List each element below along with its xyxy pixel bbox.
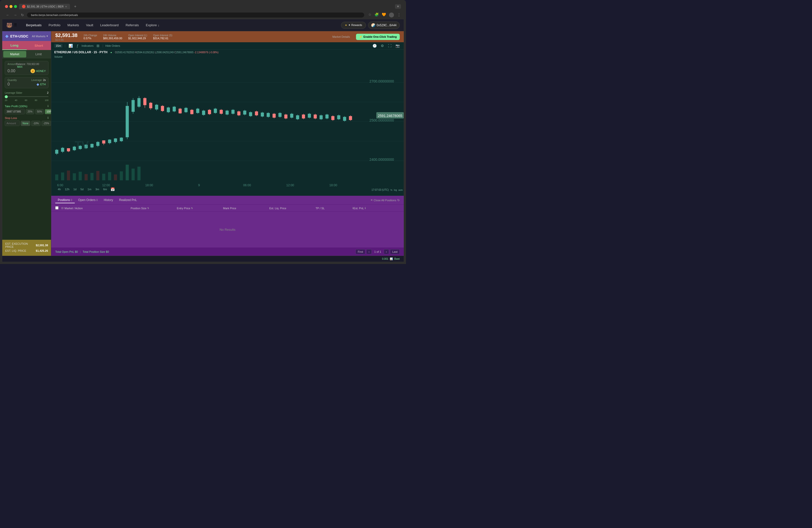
- settings-icon[interactable]: ⚙: [380, 44, 385, 48]
- sl-10-button[interactable]: -10%: [31, 121, 41, 126]
- chart-info-bar: ETHEREUM / US DOLLAR · 15 · PYTH ● O2593…: [51, 49, 404, 55]
- svg-rect-46: [126, 106, 129, 137]
- tf-5d[interactable]: 5d: [79, 187, 85, 191]
- candle-icon[interactable]: 📊: [68, 44, 74, 48]
- forward-button[interactable]: →: [13, 13, 18, 17]
- svg-rect-14: [102, 174, 105, 180]
- prev-page-button[interactable]: ‹: [366, 249, 372, 254]
- entry-sort-icon[interactable]: ⇅: [191, 207, 193, 209]
- last-page-button[interactable]: Last: [390, 249, 400, 254]
- extension-icon[interactable]: 🧩: [375, 13, 379, 17]
- tf-6m[interactable]: 6m: [102, 187, 108, 191]
- one-click-trading-button[interactable]: ⚡ Enable One-Click Trading: [356, 34, 400, 40]
- svg-rect-48: [131, 100, 135, 112]
- all-markets-dropdown[interactable]: All Markets ▾: [32, 34, 48, 38]
- stop-loss-info-icon[interactable]: ℹ: [47, 116, 48, 119]
- long-tab[interactable]: Long: [2, 41, 27, 50]
- token-selector[interactable]: 🍯 HONEY: [30, 69, 46, 73]
- tp-100-button[interactable]: 100%: [45, 109, 51, 114]
- svg-rect-94: [267, 113, 270, 117]
- tf-1d[interactable]: 1d: [72, 187, 78, 191]
- no-results-text: No Results: [219, 228, 235, 232]
- eth-token-icon: ◆: [37, 82, 39, 86]
- market-selector[interactable]: ◆ ETH-USDC All Markets ▾: [2, 31, 51, 41]
- camera-icon[interactable]: 📷: [394, 44, 401, 48]
- tp-25-button[interactable]: 25%: [26, 109, 34, 114]
- limit-order-tab[interactable]: Limit: [27, 51, 50, 58]
- first-page-button[interactable]: First: [356, 249, 365, 254]
- svg-rect-88: [249, 112, 252, 116]
- filter-icon[interactable]: ⊟: [61, 206, 63, 210]
- tf-1m[interactable]: 1m: [86, 187, 93, 191]
- price-header: $2,591.38 $14.66 24h Change 0.57% 24h Vo…: [51, 31, 404, 42]
- select-all-checkbox[interactable]: [55, 206, 61, 210]
- nav-referrals[interactable]: Referrals: [123, 22, 142, 29]
- stop-loss-input[interactable]: [5, 120, 20, 126]
- indicators-button[interactable]: Indicators: [82, 44, 93, 47]
- bookmark-icon[interactable]: ☆: [368, 13, 372, 17]
- close-all-positions-button[interactable]: ✕ Close All Positions ↻: [371, 199, 400, 202]
- pnl-info-icon[interactable]: ℹ: [365, 207, 366, 209]
- tab-list-button[interactable]: ▼: [395, 4, 401, 9]
- nav-leaderboard[interactable]: Leaderboard: [97, 22, 122, 29]
- nav-berpetuals[interactable]: Berpetuals: [23, 22, 44, 29]
- history-tab[interactable]: History: [101, 197, 116, 203]
- sl-none-button[interactable]: None: [21, 121, 30, 126]
- eth-token-selector[interactable]: ◆ ETH: [37, 82, 46, 86]
- tf-12h[interactable]: 12h: [63, 187, 71, 191]
- extension2-icon[interactable]: 🧡: [382, 13, 386, 17]
- honey-icon: 🍯: [30, 69, 35, 73]
- nav-vault[interactable]: Vault: [83, 22, 96, 29]
- fullscreen-icon[interactable]: ⛶: [387, 44, 392, 48]
- tp-50-button[interactable]: 50%: [35, 109, 44, 114]
- profile-icon[interactable]: [389, 13, 394, 17]
- nav-portfolio[interactable]: Portfolio: [45, 22, 63, 29]
- tf-3m[interactable]: 3m: [94, 187, 101, 191]
- take-profit-input[interactable]: [5, 109, 25, 114]
- hide-orders-button[interactable]: Hide Orders: [105, 44, 120, 47]
- nav-explore[interactable]: Explore ↓: [143, 22, 162, 29]
- sl-25-button[interactable]: -25%: [42, 121, 51, 126]
- back-button[interactable]: ←: [5, 13, 11, 17]
- timeframe-15m-button[interactable]: 15m: [54, 44, 62, 48]
- slider-thumb[interactable]: [5, 95, 8, 98]
- wallet-button[interactable]: 0x529C...6A44: [368, 21, 400, 29]
- amount-input[interactable]: [8, 69, 28, 73]
- refresh-button[interactable]: ↻: [20, 13, 25, 17]
- take-profit-info-icon[interactable]: ℹ: [47, 104, 48, 108]
- layout-icon[interactable]: ⊞: [96, 44, 101, 48]
- next-page-button[interactable]: ›: [384, 249, 389, 254]
- market-order-tab[interactable]: Market: [3, 51, 26, 58]
- svg-text:2500.00000000: 2500.00000000: [369, 118, 394, 122]
- sort-icon[interactable]: ⇅: [147, 207, 149, 209]
- minimize-window-button[interactable]: [10, 5, 13, 8]
- tf-4h[interactable]: 4h: [56, 187, 62, 191]
- quantity-input[interactable]: [8, 82, 28, 87]
- market-details-button[interactable]: Market Details: [332, 35, 350, 38]
- active-tab[interactable]: $2,591.38 | ETH-USDC | BER ✕: [19, 4, 70, 9]
- url-input[interactable]: bartio.berps.berachain.com/berpetuals: [27, 13, 364, 17]
- quantity-label: Quantity: [8, 79, 17, 82]
- short-tab[interactable]: Short: [27, 41, 51, 50]
- calendar-icon[interactable]: 📅: [110, 187, 116, 191]
- browser-menu-button[interactable]: ⋮: [397, 13, 401, 17]
- new-tab-button[interactable]: +: [72, 4, 78, 9]
- rewards-button[interactable]: ✦ ✦ Rewards: [341, 22, 366, 29]
- realized-pnl-tab[interactable]: Realized PnL: [116, 197, 139, 203]
- open-orders-tab[interactable]: Open Orders 0: [76, 197, 100, 203]
- max-button[interactable]: MAX: [17, 65, 23, 68]
- positions-tab[interactable]: Positions 0: [55, 197, 75, 203]
- lightning-icon: ⚡: [359, 35, 362, 39]
- leverage-slider-label: Leverage Slider: [5, 91, 22, 94]
- clock-icon[interactable]: 🕐: [372, 44, 378, 48]
- maximize-window-button[interactable]: [14, 5, 17, 8]
- close-all-label: Close All Positions: [374, 199, 396, 202]
- close-window-button[interactable]: [5, 5, 8, 8]
- select-all-input[interactable]: [55, 206, 58, 209]
- tab-close-button[interactable]: ✕: [65, 5, 67, 8]
- indicator-icon[interactable]: ƒ: [76, 44, 80, 48]
- url-text: bartio.berps.berachain.com/berpetuals: [31, 14, 78, 16]
- svg-rect-62: [173, 107, 176, 112]
- nav-markets[interactable]: Markets: [64, 22, 82, 29]
- svg-rect-60: [167, 107, 170, 112]
